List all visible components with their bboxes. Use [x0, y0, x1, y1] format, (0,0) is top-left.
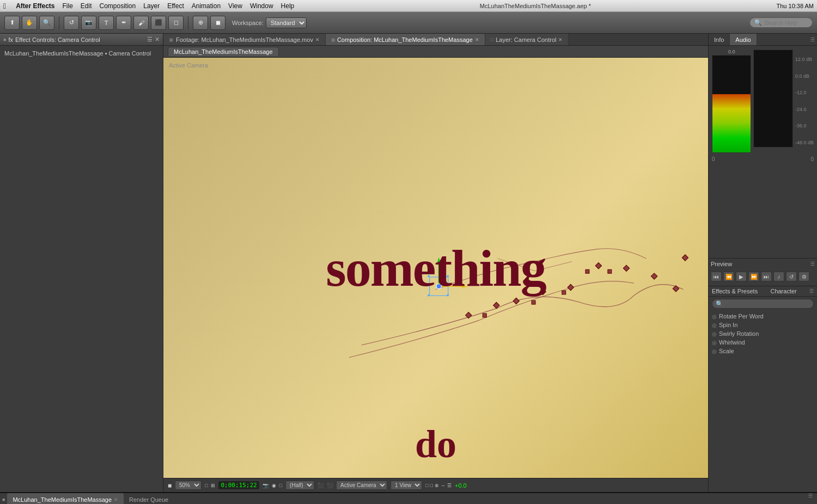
menu-after-effects[interactable]: After Effects [16, 2, 54, 10]
menu-effect[interactable]: Effect [167, 2, 184, 10]
search-help-input[interactable] [764, 20, 808, 26]
audio-fill-left [712, 94, 751, 152]
svg-rect-8 [466, 312, 472, 318]
fx-icon-rotate: ◎ [712, 314, 717, 319]
menu-clock: Thu 10:38 AM [777, 3, 814, 9]
viewer-camera-icon: 📷 [263, 483, 269, 488]
panel-menu-icon[interactable]: ☰ [147, 36, 153, 43]
menu-file[interactable]: File [62, 2, 72, 10]
menu-view[interactable]: View [228, 2, 242, 10]
toolbar-arrow-tool[interactable]: ⬆ [4, 16, 20, 30]
db-label-12: 12.0 dB [795, 57, 814, 62]
workspace-select[interactable]: Standard [266, 17, 307, 28]
preview-menu-icon[interactable]: ☰ [810, 261, 815, 267]
zoom-select[interactable]: 50% [175, 481, 202, 490]
menu-bar:  After Effects File Edit Composition La… [0, 0, 817, 12]
tab-footage[interactable]: ▣ Footage: McLuhan_TheMediumIsTheMassage… [163, 34, 326, 45]
active-comp-tab[interactable]: McLuhan_TheMediumIsTheMassage [168, 47, 279, 56]
toolbar-hand-tool[interactable]: ✋ [22, 16, 37, 30]
svg-rect-21 [608, 269, 612, 273]
menu-layer[interactable]: Layer [143, 2, 160, 10]
fx-search-input[interactable] [712, 299, 814, 309]
fx-item-whirlwind[interactable]: ◎ Whirlwind [712, 338, 814, 347]
menu-edit[interactable]: Edit [81, 2, 92, 10]
viewer-timecode[interactable]: 0;00;15;22 [218, 481, 259, 489]
audio-db-labels: 12.0 dB 0.0 dB -12.0 -24.0 -36.0 -48.0 d… [795, 49, 814, 153]
toolbar-brush-tool[interactable]: 🖌 [133, 16, 149, 30]
toolbar-anchor-tool[interactable]: ⊕ [193, 16, 208, 30]
viewer-grid-icon: ⊞ [211, 483, 215, 488]
menu-composition[interactable]: Composition [100, 2, 136, 10]
toolbar-zoom-tool[interactable]: 🔍 [39, 16, 54, 30]
tl-tab-close[interactable]: ✕ [114, 497, 118, 502]
db-label-24neg: -24.0 [795, 107, 814, 112]
audio-meters: 0.0 12.0 dB 0.0 dB -12.0 [709, 46, 817, 258]
viewer-layout-icon4: ↔ [441, 483, 446, 488]
preview-label: Preview [711, 261, 732, 267]
comp-viewer: Active Camera [163, 58, 708, 478]
tl-menu-icon[interactable]: ☰ [806, 493, 815, 504]
fx-menu-icon[interactable]: ☰ [809, 288, 814, 294]
comp-tab-label: Composition: McLuhan_TheMediumIsTheMassa… [337, 36, 473, 43]
view-select[interactable]: 1 View [391, 481, 422, 490]
viewer-bar: ◼ 50% □ ⊞ 0;00;15;22 📷 ◉ □ (Half) ⬛ ⬛ Ac… [163, 478, 708, 492]
fx-item-scale[interactable]: ◎ Scale [712, 347, 814, 355]
layer-tab-close[interactable]: ✕ [558, 37, 563, 42]
toolbar-camera-tool[interactable]: 📷 [81, 16, 96, 30]
footage-tab-close[interactable]: ✕ [315, 37, 320, 42]
tl-tab-main-comp[interactable]: McLuhan_TheMediumIsTheMassage ✕ [7, 493, 124, 504]
character-label[interactable]: Character [770, 288, 796, 294]
audio-meter-right [753, 49, 792, 153]
viewer-channels-icon: ◉ [272, 483, 276, 488]
timeline-tabs: ■ McLuhan_TheMediumIsTheMassage ✕ Render… [0, 493, 817, 504]
fx-icon-scale: ◎ [712, 348, 717, 354]
fx-item-rotate-per-word[interactable]: ◎ Rotate Per Word [712, 312, 814, 321]
fx-whirlwind-label: Whirlwind [719, 339, 745, 346]
layer-tab-label: Layer: Camera Control [496, 36, 556, 43]
preview-play[interactable]: ▶ [736, 272, 747, 281]
fx-item-spin-in[interactable]: ◎ Spin In [712, 321, 814, 329]
fx-item-swirly-rotation[interactable]: ◎ Swirly Rotation [712, 329, 814, 338]
right-panel-menu[interactable]: ☰ [810, 37, 815, 42]
fx-header: Effects & Presets Character ☰ [709, 286, 817, 297]
toolbar-stamp-tool[interactable]: ⬛ [151, 16, 166, 30]
effect-controls-breadcrumb: McLuhan_TheMediumIsTheMassage • Camera C… [2, 48, 161, 59]
effect-controls-header: ■ fx Effect Controls: Camera Control ☰ ✕ [0, 34, 163, 46]
toolbar-shape-tool[interactable]: ◼ [210, 16, 225, 30]
menu-window[interactable]: Window [250, 2, 273, 10]
viewer-safe-icon: □ [205, 483, 208, 488]
toolbar-rotate-tool[interactable]: ↺ [64, 16, 79, 30]
comp-main-text: something [326, 238, 545, 298]
audio-bottom-left-val: 0 [712, 156, 715, 162]
comp-tab-close[interactable]: ✕ [475, 37, 479, 42]
viewer-rois-icon: □ [279, 483, 282, 488]
preview-step-fwd[interactable]: ⏩ [748, 272, 759, 281]
effect-controls-content: McLuhan_TheMediumIsTheMassage • Camera C… [0, 46, 163, 492]
preview-settings[interactable]: ⚙ [798, 272, 809, 281]
toolbar-eraser-tool[interactable]: ◻ [168, 16, 184, 30]
camera-select[interactable]: Active Camera [336, 481, 387, 490]
preview-skip-start[interactable]: ⏮ [711, 272, 722, 281]
preview-loop[interactable]: ↺ [786, 272, 797, 281]
menu-help[interactable]: Help [281, 2, 295, 10]
panel-close-icon[interactable]: ✕ [155, 36, 160, 43]
resolution-select[interactable]: (Half) [285, 481, 314, 490]
preview-audio[interactable]: ♪ [773, 272, 784, 281]
toolbar-text-tool[interactable]: T [99, 16, 114, 30]
preview-step-back[interactable]: ⏪ [723, 272, 734, 281]
menu-animation[interactable]: Animation [192, 2, 221, 10]
tab-layer[interactable]: □ Layer: Camera Control ✕ [485, 34, 569, 45]
timeline-area: ■ McLuhan_TheMediumIsTheMassage ✕ Render… [0, 492, 817, 504]
tl-color-box: ■ [2, 497, 5, 502]
toolbar-sep-1 [59, 16, 59, 29]
layer-icon: □ [491, 37, 493, 42]
effect-controls-title: Effect Controls: Camera Control [15, 36, 145, 43]
tab-composition[interactable]: ◼ Composition: McLuhan_TheMediumIsTheMas… [326, 34, 485, 45]
tab-info[interactable]: Info [709, 34, 730, 45]
viewer-layout-icon3: ⊕ [435, 483, 439, 488]
preview-skip-end[interactable]: ⏭ [761, 272, 772, 281]
audio-bottom-right-val: 0 [810, 156, 814, 162]
tl-tab-render-queue[interactable]: Render Queue [124, 493, 174, 504]
toolbar-pen-tool[interactable]: ✒ [116, 16, 131, 30]
tab-audio[interactable]: Audio [730, 34, 757, 45]
